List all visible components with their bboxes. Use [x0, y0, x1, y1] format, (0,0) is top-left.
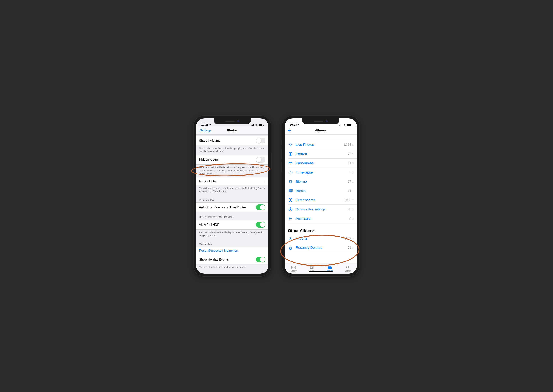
album-row-animated[interactable]: Animated6›: [288, 214, 357, 223]
chevron-right-icon: ›: [352, 236, 353, 240]
mobile-data-row[interactable]: Mobile Data ›: [196, 177, 268, 185]
autoplay-row[interactable]: Auto-Play Videos and Live Photos: [196, 203, 268, 212]
hdr-footer: Automatically adjust the display to show…: [196, 230, 268, 239]
album-row-recently-deleted[interactable]: Recently Deleted21›: [288, 243, 357, 252]
status-time: 10:23: [290, 123, 297, 126]
timelapse-icon: [288, 170, 293, 175]
imports-icon: [288, 236, 293, 241]
svg-line-5: [291, 180, 292, 181]
shared-albums-toggle[interactable]: [256, 138, 265, 143]
album-row-bursts[interactable]: Bursts11›: [288, 186, 357, 196]
svg-rect-24: [328, 266, 332, 267]
phone-settings: 10:23 ➤ ‹ Settings Photos Shared Albums …: [194, 116, 271, 276]
hidden-album-footer: When enabled, the Hidden album will appe…: [196, 165, 268, 177]
svg-line-27: [348, 268, 349, 269]
svg-point-2: [290, 172, 291, 173]
location-icon: ➤: [209, 123, 211, 126]
partial-row-top: [288, 135, 357, 140]
album-row-slo-mo[interactable]: Slo-mo17›: [288, 177, 357, 186]
cellular-icon: [339, 124, 342, 126]
reset-memories-row[interactable]: Reset Suggested Memories: [196, 246, 268, 255]
album-row-screen-recordings[interactable]: Screen Recordings33›: [288, 205, 357, 214]
chevron-right-icon: ›: [352, 152, 353, 156]
other-albums-header: Other Albums: [285, 223, 357, 234]
svg-point-19: [292, 267, 293, 267]
home-indicator[interactable]: [309, 271, 333, 272]
album-count: 11: [348, 189, 351, 193]
mobile-data-footer: Turn off mobile data to restrict updates…: [196, 185, 268, 195]
svg-point-26: [346, 266, 349, 268]
hidden-album-label: Hidden Album: [199, 158, 256, 161]
cellular-icon: [251, 124, 254, 126]
wifi-icon: [255, 124, 258, 126]
album-row-imports[interactable]: Imports8,569›: [288, 234, 357, 243]
view-full-hdr-toggle[interactable]: [256, 222, 265, 228]
album-title: Recently Deleted: [296, 245, 348, 250]
album-title: Bursts: [296, 189, 348, 193]
mobile-data-label: Mobile Data: [199, 179, 264, 183]
holiday-events-toggle[interactable]: [256, 257, 265, 262]
holiday-events-row[interactable]: Show Holiday Events: [196, 255, 268, 264]
album-row-live-photos[interactable]: Live Photos1,363›: [288, 140, 357, 149]
live-photos-icon: [288, 142, 293, 147]
album-title: Screenshots: [296, 198, 343, 202]
shared-albums-row[interactable]: Shared Albums: [196, 136, 268, 146]
svg-line-7: [291, 182, 292, 183]
album-count: 2,905: [343, 198, 351, 202]
photos-tab-header: PHOTOS TAB: [196, 195, 268, 203]
nav-bar: ‹ Settings Photos: [196, 126, 268, 135]
svg-point-3: [289, 171, 292, 174]
album-title: Slo-mo: [296, 180, 348, 184]
view-full-hdr-row[interactable]: View Full HDR: [196, 220, 268, 230]
hidden-album-row[interactable]: Hidden Album: [196, 155, 268, 165]
battery-icon: [259, 124, 263, 126]
foryou-icon: [309, 265, 314, 269]
album-title: Screen Recordings: [296, 207, 348, 211]
shared-albums-footer: Create albums to share with other people…: [196, 146, 268, 155]
phone-albums: 10:23 ➤ + Albums Live Photos1,363›Portra…: [282, 116, 359, 276]
chevron-right-icon: ›: [352, 207, 353, 211]
back-label: Settings: [200, 129, 211, 132]
screenshots-icon: [288, 198, 293, 202]
album-count: 31: [348, 161, 351, 165]
svg-rect-23: [328, 267, 332, 269]
chevron-left-icon: ‹: [198, 128, 200, 133]
autoplay-label: Auto-Play Videos and Live Photos: [199, 206, 256, 209]
hdr-header: HDR (HIGH DYNAMIC RANGE): [196, 212, 268, 220]
album-count: 17: [348, 180, 351, 183]
svg-line-9: [289, 182, 290, 183]
chevron-right-icon: ›: [352, 161, 353, 165]
tab-search[interactable]: Search: [339, 264, 357, 274]
album-count: 72: [348, 152, 351, 156]
autoplay-toggle[interactable]: [256, 204, 265, 210]
nav-bar: + Albums: [285, 126, 357, 135]
album-row-screenshots[interactable]: Screenshots2,905›: [288, 196, 357, 205]
panoramas-icon: [288, 161, 293, 165]
memories-footer: You can choose to see holiday events for…: [196, 264, 268, 271]
chevron-right-icon: ›: [352, 216, 353, 221]
search-icon: [346, 265, 350, 269]
holiday-events-label: Show Holiday Events: [199, 258, 256, 261]
svg-rect-22: [311, 267, 312, 268]
svg-rect-18: [292, 266, 296, 269]
chevron-right-icon: ›: [352, 189, 353, 193]
hidden-album-toggle[interactable]: [256, 157, 265, 163]
add-button[interactable]: +: [288, 128, 291, 133]
album-title: Animated: [296, 217, 350, 221]
portrait-icon: [288, 152, 293, 156]
shared-albums-label: Shared Albums: [199, 139, 256, 142]
album-row-time-lapse[interactable]: Time-lapse7›: [288, 168, 357, 177]
tab-library[interactable]: Library: [285, 264, 303, 274]
slomo-icon: [288, 179, 293, 184]
album-row-panoramas[interactable]: Panoramas31›: [288, 159, 357, 168]
battery-icon: [347, 124, 352, 126]
back-button[interactable]: ‹ Settings: [198, 128, 211, 133]
chevron-right-icon: ›: [352, 179, 353, 184]
album-title: Imports: [296, 236, 343, 240]
animated-icon: [288, 216, 293, 221]
chevron-right-icon: ›: [352, 142, 353, 147]
album-title: Live Photos: [296, 143, 343, 147]
svg-point-0: [290, 144, 292, 146]
album-row-portrait[interactable]: Portrait72›: [288, 149, 357, 159]
svg-line-11: [289, 180, 290, 181]
